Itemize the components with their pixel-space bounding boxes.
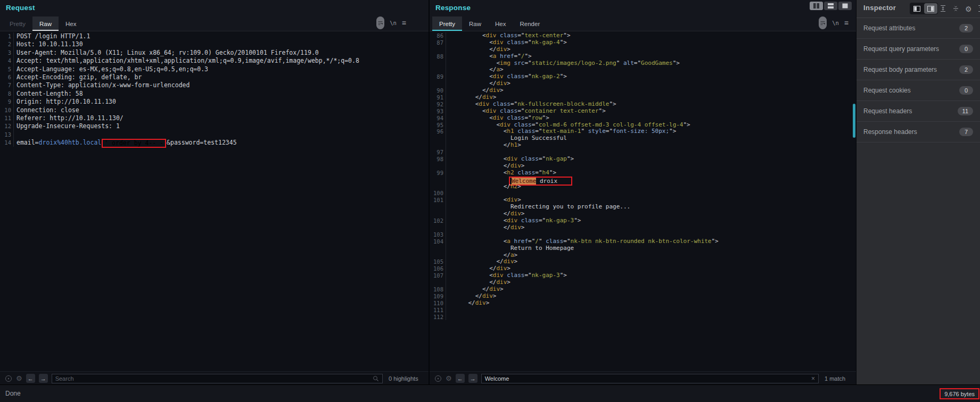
layout-columns-button[interactable] bbox=[810, 2, 823, 10]
inspector-section-request-attributes[interactable]: Request attributes2 bbox=[857, 18, 980, 39]
code-line[interactable]: 8Content-Length: 58 bbox=[0, 90, 429, 98]
code-line[interactable]: </h1> bbox=[430, 142, 856, 149]
tab-hex[interactable]: Hex bbox=[488, 16, 513, 31]
request-search-input[interactable]: Search bbox=[52, 374, 383, 383]
request-editor[interactable]: 1POST /login HTTP/1.12Host: 10.10.11.130… bbox=[0, 31, 429, 371]
line-number: 7 bbox=[0, 81, 14, 89]
tab-render[interactable]: Render bbox=[513, 16, 547, 31]
tab-raw[interactable]: Raw bbox=[32, 16, 59, 31]
tab-pretty[interactable]: Pretty bbox=[3, 16, 32, 31]
inspector-section-response-headers[interactable]: Response headers7 bbox=[857, 122, 980, 143]
line-number: 4 bbox=[0, 57, 14, 65]
code-segment: > bbox=[507, 265, 510, 272]
code-line[interactable]: 6Accept-Encoding: gzip, deflate, br bbox=[0, 73, 429, 81]
code-line[interactable]: 110 </div> bbox=[430, 300, 856, 307]
highlights-count: 0 highlights bbox=[389, 375, 424, 382]
settings-gear-icon[interactable]: ⚙ bbox=[965, 5, 972, 13]
code-segment: droix%40htb.local bbox=[39, 139, 102, 146]
response-search-input[interactable]: Welcome × bbox=[481, 374, 819, 383]
code-line[interactable]: 1POST /login HTTP/1.1 bbox=[0, 32, 429, 40]
dock-right-button[interactable] bbox=[924, 3, 937, 14]
code-segment: </ bbox=[454, 141, 510, 148]
code-segment: row bbox=[532, 114, 542, 121]
line-number bbox=[430, 80, 446, 87]
code-segment: > bbox=[493, 292, 497, 299]
code-line[interactable]: 4Accept: text/html,application/xhtml+xml… bbox=[0, 57, 429, 65]
code-line[interactable]: </h2> bbox=[430, 183, 856, 190]
count-badge: 0 bbox=[959, 86, 973, 95]
code-segment: div bbox=[500, 121, 510, 128]
scrollbar-thumb[interactable] bbox=[853, 104, 855, 138]
section-label: Request query parameters bbox=[863, 45, 939, 53]
code-line[interactable]: </div> bbox=[430, 224, 856, 231]
line-number bbox=[430, 142, 446, 149]
inspector-section-request-query-parameters[interactable]: Request query parameters0 bbox=[857, 39, 980, 60]
code-segment: class bbox=[496, 32, 517, 39]
code-segment: </ bbox=[454, 299, 475, 306]
tab-raw[interactable]: Raw bbox=[462, 16, 488, 31]
line-number: 112 bbox=[430, 314, 446, 321]
show-newlines-toggle[interactable]: \n bbox=[390, 20, 397, 26]
inspector-section-request-body-parameters[interactable]: Request body parameters2 bbox=[857, 60, 980, 80]
code-line[interactable]: 5Accept-Language: es-MX,es;q=0.8,en-US;q… bbox=[0, 65, 429, 73]
dock-left-button[interactable] bbox=[910, 3, 924, 14]
magnifier-icon bbox=[373, 375, 379, 382]
code-segment: container text-center bbox=[524, 107, 598, 114]
code-segment: nk-btn nk-btn-rounded nk-btn-color-white bbox=[571, 238, 712, 245]
code-line[interactable]: 112 bbox=[430, 314, 856, 321]
code-segment: </ bbox=[454, 66, 496, 73]
line-number: 6 bbox=[0, 73, 14, 81]
code-line[interactable]: 11Referer: http://10.10.11.130/ bbox=[0, 114, 429, 122]
search-settings-gear-icon[interactable]: ⚙ bbox=[446, 375, 452, 382]
code-segment: src bbox=[510, 60, 525, 66]
code-segment: < bbox=[454, 121, 500, 128]
code-line[interactable]: 14email=droix%40htb.local' order by 4-- … bbox=[0, 139, 429, 147]
count-badge: 2 bbox=[959, 24, 973, 32]
response-editor[interactable]: 86 <div class="text-center">87 <div clas… bbox=[430, 31, 856, 371]
code-segment: text-main-1 bbox=[542, 128, 581, 135]
search-settings-gear-icon[interactable]: ⚙ bbox=[16, 375, 22, 382]
code-line[interactable]: 111 bbox=[430, 307, 856, 314]
panel-edge-icon[interactable] bbox=[977, 5, 980, 12]
code-text: </h1> bbox=[446, 142, 521, 149]
code-line[interactable]: 13 bbox=[0, 131, 429, 139]
code-line[interactable]: 9Origin: http://10.10.11.130 bbox=[0, 98, 429, 106]
word-wrap-toggle[interactable] bbox=[376, 16, 384, 29]
editor-menu-icon[interactable]: ≡ bbox=[844, 19, 849, 27]
code-line[interactable]: 10Connection: close bbox=[0, 106, 429, 114]
line-number: 90 bbox=[430, 87, 446, 94]
show-newlines-toggle[interactable]: \n bbox=[832, 20, 839, 26]
code-line[interactable]: 3User-Agent: Mozilla/5.0 (X11; Linux x86… bbox=[0, 49, 429, 57]
tab-pretty[interactable]: Pretty bbox=[432, 16, 462, 31]
code-line[interactable]: 12Upgrade-Insecure-Requests: 1 bbox=[0, 122, 429, 130]
line-number: 10 bbox=[0, 106, 14, 114]
inspector-section-request-headers[interactable]: Request headers11 bbox=[857, 101, 980, 122]
code-text: POST /login HTTP/1.1 bbox=[14, 32, 90, 40]
next-match-button[interactable]: → bbox=[39, 374, 48, 383]
expand-all-icon[interactable] bbox=[940, 5, 946, 12]
word-wrap-toggle[interactable] bbox=[819, 16, 827, 29]
code-text: Content-Type: application/x-www-form-url… bbox=[14, 81, 190, 89]
editor-menu-icon[interactable]: ≡ bbox=[402, 19, 406, 27]
tab-hex[interactable]: Hex bbox=[59, 16, 83, 31]
code-segment: "> bbox=[574, 217, 581, 224]
code-line[interactable]: 2Host: 10.10.11.130 bbox=[0, 40, 429, 48]
clear-search-icon[interactable]: × bbox=[811, 375, 815, 382]
next-match-button[interactable]: → bbox=[468, 374, 477, 383]
line-number bbox=[430, 183, 446, 190]
previous-match-button[interactable]: ← bbox=[26, 374, 35, 383]
line-number: 11 bbox=[0, 114, 14, 122]
search-options-icon[interactable] bbox=[434, 375, 442, 382]
layout-rows-button[interactable] bbox=[824, 2, 837, 10]
code-line[interactable]: 7Content-Type: application/x-www-form-ur… bbox=[0, 81, 429, 89]
line-number: 107 bbox=[430, 272, 446, 279]
inspector-panel: Inspector ⚙ Request attributes2Request q… bbox=[857, 0, 980, 386]
code-line[interactable]: 109 </div> bbox=[430, 293, 856, 300]
inspector-section-request-cookies[interactable]: Request cookies0 bbox=[857, 80, 980, 101]
code-text: </h2> bbox=[446, 183, 521, 190]
search-options-icon[interactable] bbox=[5, 375, 12, 382]
layout-single-button[interactable] bbox=[838, 2, 852, 10]
request-header: Request PrettyRawHex \n ≡ bbox=[0, 0, 429, 31]
collapse-all-icon[interactable] bbox=[952, 5, 959, 12]
previous-match-button[interactable]: ← bbox=[456, 374, 465, 383]
